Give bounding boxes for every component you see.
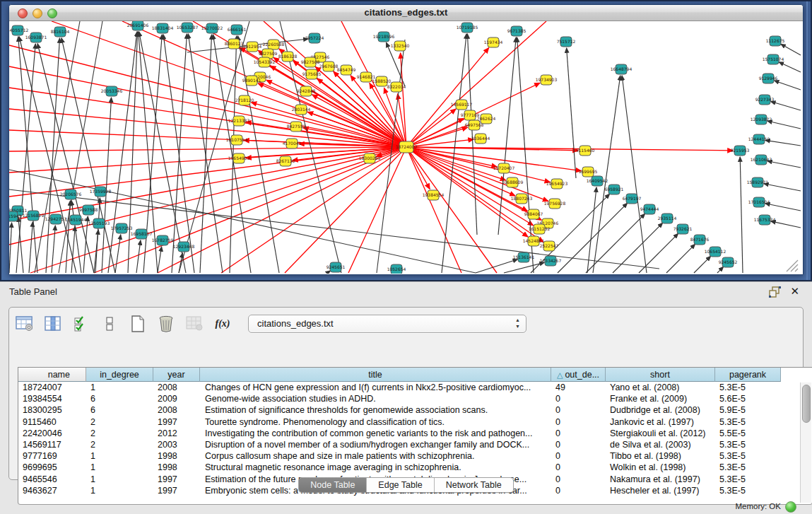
select-columns-check-icon[interactable]: [71, 315, 91, 333]
column-header-pagerank[interactable]: pagerank: [715, 368, 781, 382]
graph-edge[interactable]: [613, 223, 663, 273]
table-cell[interactable]: 1: [86, 462, 153, 473]
column-header-out_de[interactable]: △out_de...: [551, 368, 606, 382]
table-cell[interactable]: 1: [86, 450, 153, 462]
table-cell[interactable]: 18300295: [18, 404, 86, 416]
table-cell[interactable]: 1: [86, 382, 153, 393]
graph-edge[interactable]: [558, 203, 628, 273]
table-cell[interactable]: Franke et al. (2009): [606, 393, 715, 404]
tab-network-table[interactable]: Network Table: [435, 478, 513, 492]
column-header-short[interactable]: short: [606, 368, 715, 382]
tab-node-table[interactable]: Node Table: [299, 478, 367, 492]
table-cell[interactable]: 0: [551, 404, 606, 416]
network-window-titlebar[interactable]: citations_edges.txt: [9, 5, 803, 21]
table-cell[interactable]: 2: [86, 439, 153, 450]
column-header-name[interactable]: name: [18, 368, 86, 382]
graph-edge[interactable]: [717, 267, 724, 273]
network-canvas[interactable]: 1872400788601238912954222605889827509818…: [9, 21, 801, 274]
table-cell[interactable]: 0: [551, 428, 606, 439]
table-settings-icon[interactable]: [15, 315, 35, 333]
table-row[interactable]: 1938455462009Genome-wide association stu…: [18, 393, 812, 404]
table-cell[interactable]: 9777169: [18, 450, 86, 462]
table-cell[interactable]: 5.9E-5: [715, 404, 781, 416]
graph-edge[interactable]: [765, 140, 801, 146]
table-cell[interactable]: Corpus callosum shape and size in male p…: [200, 450, 551, 462]
graph-edge[interactable]: [115, 235, 121, 273]
graph-edge[interactable]: [200, 35, 212, 273]
table-cell[interactable]: 2: [86, 416, 153, 428]
memory-status-indicator[interactable]: [785, 501, 796, 513]
table-cell[interactable]: de Silva et al. (2003): [606, 439, 715, 450]
network-graph[interactable]: 1872400788601238912954222605889827509818…: [9, 21, 801, 274]
table-cell[interactable]: 5.3E-5: [715, 450, 781, 462]
graph-edge[interactable]: [406, 109, 456, 147]
table-cell[interactable]: Structural magnetic resonance image aver…: [200, 462, 551, 473]
table-cell[interactable]: Estimation of significance thresholds fo…: [200, 404, 551, 416]
table-cell[interactable]: 1998: [153, 450, 200, 462]
table-cell[interactable]: 0: [551, 450, 606, 462]
graph-edge[interactable]: [94, 147, 406, 273]
table-cell[interactable]: 2003: [153, 439, 200, 450]
table-cell[interactable]: Disruption of a novel member of a sodium…: [200, 439, 551, 450]
graph-edge[interactable]: [694, 256, 711, 273]
column-header-title[interactable]: title: [200, 368, 551, 382]
table-cell[interactable]: 0: [551, 393, 606, 404]
graph-edge[interactable]: [61, 38, 115, 273]
graph-edge[interactable]: [377, 40, 405, 273]
table-cell[interactable]: 5.3E-5: [715, 439, 781, 450]
graph-edge[interactable]: [765, 204, 801, 211]
graph-edge[interactable]: [779, 62, 801, 72]
table-cell[interactable]: 5.3E-5: [715, 382, 781, 393]
table-cell[interactable]: Investigating the contribution of common…: [200, 428, 551, 439]
tab-edge-table[interactable]: Edge Table: [367, 478, 434, 492]
table-cell[interactable]: 2009: [153, 393, 200, 404]
row-height-icon[interactable]: [100, 315, 119, 333]
new-table-icon[interactable]: [128, 315, 148, 333]
table-cell[interactable]: Tourette syndrome. Phenomenology and cla…: [200, 416, 551, 428]
graph-edge[interactable]: [771, 102, 801, 110]
table-cell[interactable]: 2012: [153, 428, 200, 439]
graph-edge[interactable]: [567, 48, 576, 178]
graph-edge[interactable]: [136, 240, 141, 273]
table-cell[interactable]: 1998: [153, 462, 200, 473]
graph-edge[interactable]: [66, 201, 70, 273]
table-scrollbar-thumb[interactable]: [802, 385, 811, 423]
table-cell[interactable]: 2008: [153, 382, 200, 393]
float-panel-icon[interactable]: [769, 286, 781, 298]
graph-edge[interactable]: [9, 147, 406, 221]
table-cell[interactable]: 0: [551, 439, 606, 450]
graph-edge[interactable]: [348, 147, 406, 273]
table-row[interactable]: 1872400712008Changes of HCN gene express…: [18, 382, 812, 393]
graph-edge[interactable]: [179, 253, 182, 273]
column-select-icon[interactable]: [43, 315, 63, 333]
table-header-row[interactable]: namein_degreeyeartitle△out_de...shortpag…: [18, 368, 812, 382]
table-cell[interactable]: Jankovic et al. (1997): [606, 416, 715, 428]
table-row[interactable]: 911546021997Tourette syndrome. Phenomeno…: [18, 416, 812, 428]
table-cell[interactable]: 49: [551, 382, 606, 393]
graph-edge[interactable]: [764, 184, 801, 191]
table-cell[interactable]: Yano et al. (2008): [606, 382, 715, 393]
table-row[interactable]: 2242004622012Investigating the contribut…: [18, 428, 812, 439]
table-cell[interactable]: 0: [551, 462, 606, 473]
graph-edge[interactable]: [9, 223, 12, 273]
table-cell[interactable]: 1997: [153, 416, 200, 428]
table-cell[interactable]: 5.6E-5: [715, 393, 781, 404]
graph-edge[interactable]: [504, 262, 544, 273]
table-cell[interactable]: 6: [86, 393, 153, 404]
table-cell[interactable]: Tibbo et al. (1998): [606, 450, 715, 462]
table-cell[interactable]: 14569117: [18, 439, 86, 450]
graph-edge[interactable]: [666, 244, 695, 273]
table-cell[interactable]: 18724007: [18, 382, 86, 393]
graph-edge[interactable]: [740, 157, 743, 273]
graph-edge[interactable]: [122, 21, 406, 147]
column-header-year[interactable]: year: [153, 368, 200, 382]
table-row[interactable]: 977716911998Corpus callosum shape and si…: [18, 450, 812, 462]
function-builder-icon[interactable]: f(x): [213, 315, 233, 333]
table-row[interactable]: 1456911722003Disruption of a novel membe…: [18, 439, 812, 450]
table-cell[interactable]: 9699695: [18, 462, 86, 473]
graph-edge[interactable]: [252, 103, 406, 147]
graph-edge[interactable]: [59, 21, 102, 273]
table-cell[interactable]: 2: [86, 428, 153, 439]
graph-edge[interactable]: [767, 161, 801, 168]
table-row[interactable]: 1830029562008Estimation of significance …: [18, 404, 812, 416]
